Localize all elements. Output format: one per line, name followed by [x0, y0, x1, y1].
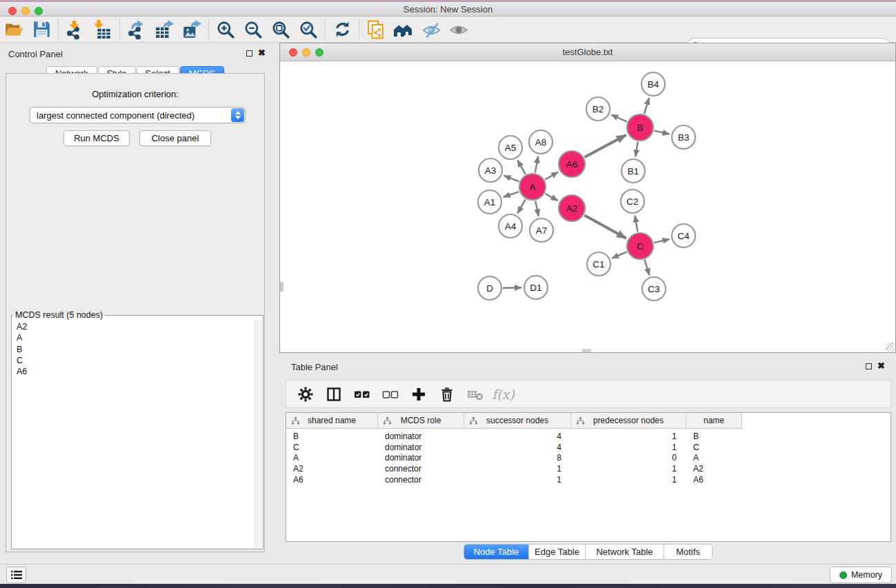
- zoom-fit-button[interactable]: [267, 18, 295, 41]
- home-button[interactable]: [390, 18, 417, 41]
- graph-node-A[interactable]: A: [519, 174, 546, 200]
- close-network-button[interactable]: [289, 48, 297, 57]
- graph-edge-A-A1[interactable]: [504, 192, 519, 197]
- table-row[interactable]: Cdominator41C: [286, 443, 742, 454]
- table-row[interactable]: Adominator80A: [286, 453, 742, 464]
- float-panel-icon[interactable]: [866, 363, 872, 369]
- table-row[interactable]: A2connector11A2: [286, 464, 742, 475]
- graph-edge-A-A7[interactable]: [535, 201, 539, 216]
- deselect-all-button[interactable]: [377, 383, 403, 406]
- result-item[interactable]: C: [17, 355, 255, 366]
- tab-node-table[interactable]: Node Table: [464, 545, 528, 559]
- graph-node-A8[interactable]: A8: [529, 130, 552, 154]
- close-window-button[interactable]: [8, 7, 17, 15]
- result-item[interactable]: B: [17, 344, 255, 355]
- result-item[interactable]: A: [17, 332, 255, 343]
- graph-node-A7[interactable]: A7: [530, 219, 553, 242]
- float-panel-icon[interactable]: [246, 50, 252, 57]
- refresh-view-button[interactable]: [328, 18, 356, 41]
- column-header-name[interactable]: name: [686, 413, 742, 428]
- network-window-titlebar[interactable]: testGlobe.txt: [280, 43, 895, 61]
- graph-node-D[interactable]: D: [478, 276, 501, 300]
- splitter-handle[interactable]: [582, 349, 591, 352]
- result-scrollbar[interactable]: [255, 320, 262, 548]
- show-panel-list-button[interactable]: [6, 567, 26, 583]
- graph-node-B3[interactable]: B3: [672, 125, 695, 149]
- memory-button[interactable]: Memory: [830, 567, 892, 583]
- graph-edge-A-A2[interactable]: [545, 194, 557, 201]
- graph-edge-A-A4[interactable]: [517, 199, 525, 213]
- close-panel-icon[interactable]: ✖: [877, 363, 885, 369]
- export-table-button[interactable]: [150, 18, 178, 41]
- graph-edge-B-B3[interactable]: [654, 131, 669, 134]
- graph-node-B4[interactable]: B4: [641, 72, 665, 96]
- graph-node-A6[interactable]: A6: [559, 151, 585, 177]
- function-builder-button[interactable]: f(x): [490, 383, 516, 406]
- resize-grip-icon[interactable]: [886, 343, 895, 352]
- graph-node-B1[interactable]: B1: [621, 159, 645, 183]
- graph-node-B[interactable]: B: [627, 114, 653, 141]
- minimize-window-button[interactable]: [21, 7, 30, 15]
- graph-edge-A-A5[interactable]: [517, 160, 525, 174]
- graph-node-B2[interactable]: B2: [586, 97, 610, 121]
- delete-table-button[interactable]: [462, 383, 488, 406]
- save-session-button[interactable]: [28, 18, 55, 41]
- result-item[interactable]: A6: [17, 366, 255, 377]
- graph-node-A3[interactable]: A3: [479, 159, 502, 182]
- graph-node-C2[interactable]: C2: [621, 190, 644, 213]
- delete-column-button[interactable]: [434, 383, 459, 406]
- minimize-network-button[interactable]: [302, 48, 310, 57]
- close-panel-button[interactable]: Close panel: [139, 130, 211, 146]
- graph-node-C3[interactable]: C3: [642, 277, 666, 301]
- zoom-window-button[interactable]: [34, 7, 43, 15]
- close-panel-icon[interactable]: ✖: [258, 50, 266, 57]
- zoom-out-button[interactable]: [239, 18, 267, 41]
- criterion-dropdown[interactable]: largest connected component (directed): [30, 107, 246, 123]
- graph-node-A1[interactable]: A1: [478, 190, 501, 214]
- table-row[interactable]: Bdominator41B: [286, 432, 742, 443]
- import-network-button[interactable]: [61, 18, 89, 41]
- graph-edge-A-A8[interactable]: [535, 156, 538, 173]
- result-item[interactable]: A2: [17, 321, 255, 332]
- graph-node-C4[interactable]: C4: [672, 224, 695, 247]
- graph-edge-A-A6[interactable]: [545, 172, 558, 180]
- graph-node-A4[interactable]: A4: [499, 214, 522, 238]
- graph-node-A2[interactable]: A2: [559, 195, 585, 221]
- column-header-shared-name[interactable]: shared name: [286, 413, 378, 428]
- export-image-button[interactable]: [178, 18, 206, 41]
- table-options-button[interactable]: [292, 383, 318, 406]
- graph-edge-A2-C[interactable]: [584, 215, 626, 239]
- graph-edge-C-C1[interactable]: [612, 252, 626, 258]
- show-all-button[interactable]: [445, 18, 472, 41]
- import-table-button[interactable]: [89, 18, 117, 41]
- tab-network-table[interactable]: Network Table: [585, 545, 664, 559]
- graph-edge-B-B1[interactable]: [635, 142, 637, 157]
- graph-node-D1[interactable]: D1: [524, 276, 548, 299]
- column-header-mcds-role[interactable]: MCDS role: [378, 413, 464, 428]
- graph-node-C[interactable]: C: [627, 233, 653, 259]
- graph-node-C1[interactable]: C1: [587, 252, 610, 276]
- graph-node-A5[interactable]: A5: [499, 136, 522, 159]
- add-column-button[interactable]: [406, 383, 431, 406]
- table-row[interactable]: A6connector11A6: [286, 475, 742, 486]
- hide-selected-button[interactable]: [417, 18, 445, 41]
- tab-edge-table[interactable]: Edge Table: [528, 545, 585, 559]
- tab-motifs[interactable]: Motifs: [664, 545, 712, 559]
- graph-edge-A6-B[interactable]: [585, 135, 626, 157]
- zoom-selected-button[interactable]: [295, 18, 322, 41]
- zoom-network-button[interactable]: [315, 48, 323, 57]
- graph-edge-B-B2[interactable]: [611, 114, 627, 121]
- export-network-button[interactable]: [123, 18, 150, 41]
- graph-edge-B-B4[interactable]: [644, 98, 649, 114]
- show-columns-button[interactable]: [321, 383, 346, 406]
- zoom-in-button[interactable]: [212, 18, 239, 41]
- graph-edge-C-C3[interactable]: [644, 260, 649, 275]
- column-header-successor-nodes[interactable]: successor nodes: [464, 413, 571, 428]
- graph-edge-C-C4[interactable]: [654, 239, 669, 243]
- graph-edge-A-A3[interactable]: [504, 176, 519, 182]
- column-header-predecessor-nodes[interactable]: predecessor nodes: [571, 413, 686, 428]
- network-files-button[interactable]: [362, 18, 390, 41]
- run-mcds-button[interactable]: Run MCDS: [63, 130, 130, 146]
- graph-edge-C-C2[interactable]: [635, 216, 638, 232]
- network-canvas[interactable]: B4B2BB3A5A8A6A3B1AA1A2C2A4A7CC4C1C3DD1: [280, 61, 895, 352]
